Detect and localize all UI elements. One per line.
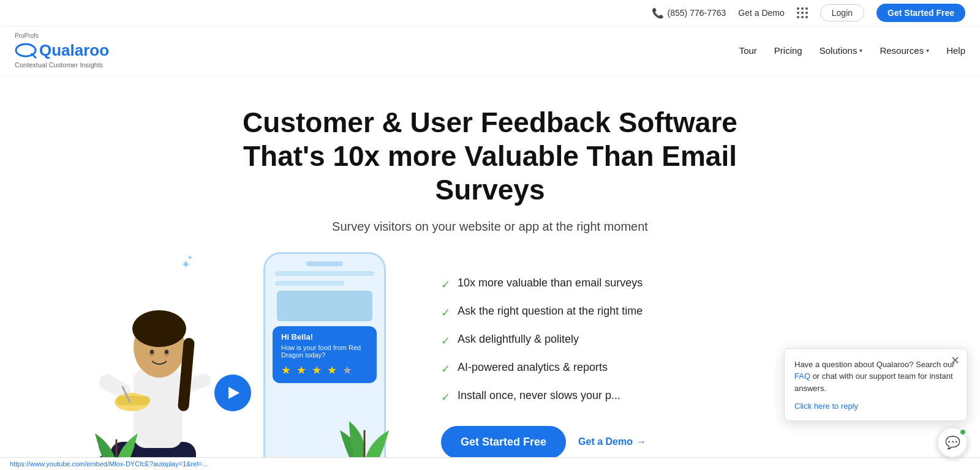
svg-point-16	[165, 349, 168, 354]
feature-text-2: Ask the right question at the right time	[458, 305, 643, 318]
survey-greeting: Hi Bella!	[281, 332, 368, 341]
play-triangle-icon	[228, 387, 239, 399]
nav-solutions[interactable]: Solutions ▾	[820, 45, 863, 56]
qualaroo-logo-icon	[15, 39, 37, 61]
top-get-demo-link[interactable]: Get a Demo	[738, 8, 784, 18]
feature-item-2: ✓ Ask the right question at the right ti…	[441, 305, 894, 319]
main-nav: ProProfs Qualaroo Contextual Customer In…	[0, 26, 980, 75]
chat-reply-link[interactable]: Click here to reply	[794, 401, 957, 411]
logo-tagline: Contextual Customer Insights	[15, 61, 109, 69]
grid-icon	[797, 7, 808, 18]
svg-rect-18	[116, 396, 150, 405]
svg-line-1	[32, 54, 36, 58]
chat-close-button[interactable]: ✕	[951, 354, 960, 367]
hero-subtitle: Survey visitors on your website or app a…	[12, 220, 968, 234]
feature-text-3: Ask delightfully & politely	[458, 333, 579, 346]
feature-item-1: ✓ 10x more valuable than email surveys	[441, 277, 894, 291]
cta-buttons: Get Started Free Get a Demo →	[441, 426, 894, 458]
resources-chevron-icon: ▾	[926, 47, 929, 54]
star-rating: ★ ★ ★ ★ ★	[281, 364, 368, 377]
phone-survey-card: Hi Bella! How is your food from Red Drag…	[273, 326, 377, 383]
feature-item-3: ✓ Ask delightfully & politely	[441, 333, 894, 348]
chat-online-indicator	[959, 428, 967, 436]
phone-number: 📞 (855) 776-7763	[652, 7, 726, 19]
hero-section: Customer & User Feedback Software That's…	[0, 75, 980, 234]
status-url: https://www.youtube.com/embed/Mlox-DYCfc…	[10, 460, 208, 468]
spark-icon-2: ✦	[187, 253, 193, 262]
faq-link[interactable]: FAQ	[794, 371, 810, 381]
chat-bubble-icon: 💬	[945, 435, 960, 450]
top-bar: 📞 (855) 776-7763 Get a Demo Login Get St…	[0, 0, 980, 26]
svg-point-11	[132, 310, 186, 347]
status-bar: https://www.youtube.com/embed/Mlox-DYCfc…	[0, 457, 980, 470]
chat-popup-text: Have a question about Qualaroo? Search o…	[794, 359, 957, 395]
nav-tour[interactable]: Tour	[739, 45, 757, 56]
phone-text: (855) 776-7763	[668, 8, 726, 18]
login-button[interactable]: Login	[820, 4, 864, 21]
solutions-chevron-icon: ▾	[859, 47, 862, 54]
chat-popup: ✕ Have a question about Qualaroo? Search…	[784, 348, 968, 422]
hero-title: Customer & User Feedback Software That's…	[214, 106, 766, 207]
nav-help[interactable]: Help	[946, 45, 965, 56]
svg-point-15	[150, 349, 154, 354]
get-started-main-button[interactable]: Get Started Free	[441, 426, 566, 458]
nav-resources[interactable]: Resources ▾	[880, 45, 929, 56]
logo-brand: ProProfs	[15, 32, 109, 39]
check-icon-4: ✓	[441, 362, 450, 376]
feature-text-5: Install once, never slows your p...	[458, 389, 620, 402]
check-icon-5: ✓	[441, 390, 450, 404]
phone-icon: 📞	[652, 7, 664, 19]
check-icon-3: ✓	[441, 334, 450, 348]
check-icon-2: ✓	[441, 306, 450, 319]
logo-area: ProProfs Qualaroo Contextual Customer In…	[15, 32, 109, 69]
get-started-top-button[interactable]: Get Started Free	[876, 4, 965, 22]
hero-image-area: Hi Bella! How is your food from Red Drag…	[86, 252, 404, 470]
nav-links: Tour Pricing Solutions ▾ Resources ▾ Hel…	[739, 45, 965, 56]
feature-text-4: AI-powered analytics & reports	[458, 361, 608, 374]
nav-pricing[interactable]: Pricing	[774, 45, 802, 56]
chat-button[interactable]: 💬	[937, 427, 968, 458]
arrow-icon: →	[636, 436, 646, 447]
play-button[interactable]	[214, 375, 251, 411]
survey-question: How is your food from Red Dragon today?	[281, 344, 368, 359]
feature-text-1: 10x more valuable than email surveys	[458, 277, 643, 289]
logo-svg[interactable]: Qualaroo	[15, 39, 109, 61]
check-icon-1: ✓	[441, 278, 450, 291]
get-demo-main-button[interactable]: Get a Demo →	[578, 436, 646, 447]
logo-text: Qualaroo	[39, 41, 109, 60]
